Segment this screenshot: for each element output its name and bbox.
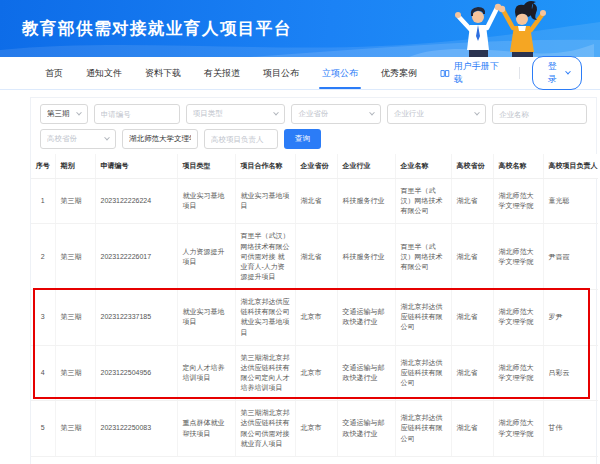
- chevron-down-icon: [273, 110, 279, 116]
- table-cell: 湖北省: [451, 224, 493, 290]
- col-header-enterprise-industry: 企业行业: [337, 154, 395, 179]
- login-label: 登录: [544, 60, 562, 86]
- table-cell: 2: [31, 224, 55, 290]
- table-cell: 4: [31, 345, 55, 401]
- results-table: 序号 期别 申请编号 项目类型 项目合作名称 企业省份 企业行业 企业名称 高校…: [31, 154, 598, 457]
- content-card: 第三期 项目类型 企业省份 企业行业: [30, 97, 597, 464]
- enterprise-province-select[interactable]: 企业省份: [291, 104, 380, 124]
- table-cell: 湖北省: [451, 179, 493, 224]
- nav-item-project-publish[interactable]: 项目公布: [263, 57, 299, 89]
- project-type-select[interactable]: 项目类型: [186, 104, 285, 124]
- table-cell: 北京市: [295, 345, 337, 401]
- school-name-input[interactable]: [122, 129, 198, 149]
- table-cell: 湖北师范大学文理学院: [493, 224, 543, 290]
- table-cell: 湖北省: [451, 401, 493, 457]
- banner: 教育部供需对接就业育人项目平台: [0, 0, 600, 57]
- table-cell: 湖北省: [451, 290, 493, 346]
- nav-item-approval-publish[interactable]: 立项公布: [322, 57, 358, 89]
- table-cell: 甘伟: [543, 401, 598, 457]
- table-cell: 第三期湖北京邦达供应链科技有限公司供需对接就业育人项目: [235, 401, 295, 457]
- col-header-enterprise-province: 企业省份: [295, 154, 337, 179]
- table-cell: 交通运输与邮政快递行业: [337, 290, 395, 346]
- table-cell: 重点群体就业帮扶项目: [177, 401, 235, 457]
- table-cell: 北京市: [295, 290, 337, 346]
- table-cell: 湖北师范大学文理学院: [493, 179, 543, 224]
- table-row[interactable]: 1第三期2023122226224就业实习基地项目就业实习基地项目湖北省科技服务…: [31, 179, 598, 224]
- table-cell: 百里半（武汉）网络技术有限公司供需对接 就业育人-人力资源提升项目: [235, 224, 295, 290]
- table-cell: 童光聪: [543, 179, 598, 224]
- col-header-apply-no: 申请编号: [95, 154, 177, 179]
- school-province-select[interactable]: 高校省份: [40, 129, 116, 149]
- school-leader-input[interactable]: [204, 129, 278, 149]
- col-header-project-name: 项目合作名称: [235, 154, 295, 179]
- table-cell: 第三期湖北京邦达供应链科技有限公司定向人才培养培训项目: [235, 345, 295, 401]
- filter-row-2: 高校省份 查询: [40, 129, 587, 149]
- navbar: 首页 通知文件 资料下载 有关报道 项目公布 立项公布 优秀案例 用户手册下载 …: [0, 57, 600, 90]
- chevron-down-icon: [565, 69, 571, 75]
- user-manual-label: 用户手册下载: [454, 60, 507, 86]
- table-cell: 湖北省: [295, 224, 337, 290]
- table-header-row: 序号 期别 申请编号 项目类型 项目合作名称 企业省份 企业行业 企业名称 高校…: [31, 154, 598, 179]
- nav-right: 用户手册下载 登录: [440, 57, 582, 89]
- col-header-school-name: 高校名称: [493, 154, 543, 179]
- apply-no-input[interactable]: [94, 104, 180, 124]
- table-cell: 湖北京邦达供应链科技有限公司: [395, 345, 451, 401]
- col-header-school-province: 高校省份: [451, 154, 493, 179]
- enterprise-industry-select[interactable]: 企业行业: [387, 104, 486, 124]
- chevron-down-icon: [76, 110, 82, 116]
- table-cell: 就业实习基地项目: [177, 290, 235, 346]
- table-row[interactable]: 2第三期2023122226017人力资源提升项目百里半（武汉）网络技术有限公司…: [31, 224, 598, 290]
- header-illustration-highfive: [409, 0, 594, 57]
- table-cell: 第三期: [55, 224, 95, 290]
- filter-panel: 第三期 项目类型 企业省份 企业行业: [31, 98, 596, 149]
- period-select[interactable]: 第三期: [40, 104, 88, 124]
- table-cell: 定向人才培养培训项目: [177, 345, 235, 401]
- results-table-wrap: 序号 期别 申请编号 项目类型 项目合作名称 企业省份 企业行业 企业名称 高校…: [31, 154, 596, 457]
- nav-item-downloads[interactable]: 资料下载: [145, 57, 181, 89]
- table-cell: 湖北京邦达供应链科技有限公司: [395, 401, 451, 457]
- book-icon: [440, 69, 450, 78]
- table-body: 1第三期2023122226224就业实习基地项目就业实习基地项目湖北省科技服务…: [31, 179, 598, 457]
- table-cell: 第三期: [55, 345, 95, 401]
- table-cell: 尹晋霞: [543, 224, 598, 290]
- woman-figure: [499, 1, 546, 57]
- chevron-down-icon: [104, 135, 110, 141]
- nav-item-notices[interactable]: 通知文件: [86, 57, 122, 89]
- table-cell: 人力资源提升项目: [177, 224, 235, 290]
- table-cell: 湖北京邦达供应链科技有限公司就业实习基地项目: [235, 290, 295, 346]
- nav-item-best-cases[interactable]: 优秀案例: [381, 57, 417, 89]
- table-cell: 第三期: [55, 290, 95, 346]
- table-cell: 3: [31, 290, 55, 346]
- nav-item-reports[interactable]: 有关报道: [204, 57, 240, 89]
- table-cell: 罗尹: [543, 290, 598, 346]
- table-cell: 交通运输与邮政快递行业: [337, 401, 395, 457]
- table-cell: 就业实习基地项目: [177, 179, 235, 224]
- table-cell: 湖北师范大学文理学院: [493, 290, 543, 346]
- table-cell: 5: [31, 401, 55, 457]
- col-header-enterprise-name: 企业名称: [395, 154, 451, 179]
- table-cell: 第三期: [55, 401, 95, 457]
- table-cell: 湖北师范大学文理学院: [493, 401, 543, 457]
- table-cell: 2023122250083: [95, 401, 177, 457]
- table-row[interactable]: 4第三期2023122504956定向人才培养培训项目第三期湖北京邦达供应链科技…: [31, 345, 598, 401]
- table-cell: 百里半（武汉）网络技术有限公司: [395, 179, 451, 224]
- login-button[interactable]: 登录: [532, 56, 582, 90]
- table-row[interactable]: 3第三期2023122337185就业实习基地项目湖北京邦达供应链科技有限公司就…: [31, 290, 598, 346]
- nav-divider: [519, 67, 520, 79]
- col-header-period: 期别: [55, 154, 95, 179]
- table-cell: 2023122226224: [95, 179, 177, 224]
- table-cell: 2023122226017: [95, 224, 177, 290]
- table-cell: 湖北省: [295, 179, 337, 224]
- table-cell: 北京市: [295, 401, 337, 457]
- user-manual-download-link[interactable]: 用户手册下载: [440, 60, 507, 86]
- nav-item-home[interactable]: 首页: [45, 57, 63, 89]
- table-cell: 湖北师范大学文理学院: [493, 345, 543, 401]
- table-cell: 吕彩云: [543, 345, 598, 401]
- search-button[interactable]: 查询: [284, 129, 321, 149]
- table-cell: 科技服务行业: [337, 179, 395, 224]
- table-row[interactable]: 5第三期2023122250083重点群体就业帮扶项目第三期湖北京邦达供应链科技…: [31, 401, 598, 457]
- enterprise-name-input[interactable]: [492, 104, 587, 124]
- chevron-down-icon: [474, 110, 480, 116]
- table-cell: 科技服务行业: [337, 224, 395, 290]
- table-cell: 1: [31, 179, 55, 224]
